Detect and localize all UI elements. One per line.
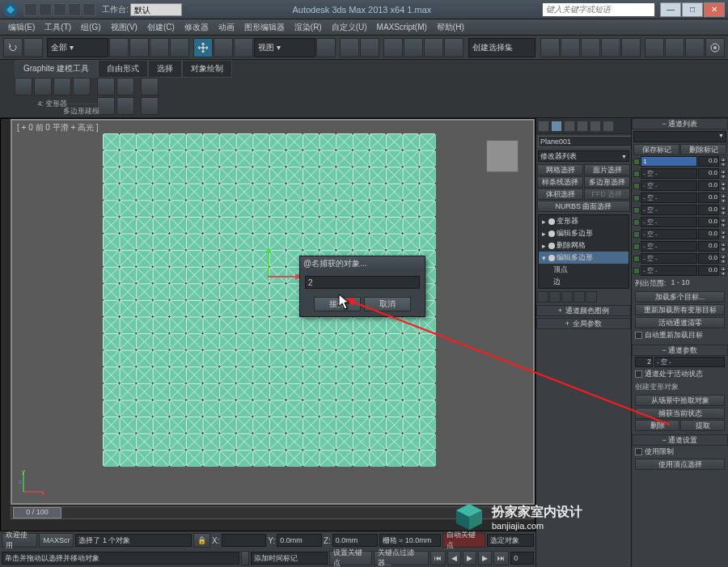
auto-reload-checkbox[interactable] bbox=[635, 332, 642, 339]
goto-start-icon[interactable]: ⏮ bbox=[430, 551, 446, 565]
render-setup-icon[interactable] bbox=[665, 38, 684, 57]
marker-dropdown[interactable] bbox=[633, 131, 726, 142]
window-crossing-icon[interactable] bbox=[170, 38, 189, 57]
rollout-globals[interactable]: +全局参数 bbox=[536, 318, 631, 329]
utilities-tab-icon[interactable] bbox=[603, 121, 614, 132]
channel-value-spinner[interactable]: 0.0 bbox=[698, 265, 719, 276]
morph-channel-row[interactable]: 1 0.0 ▴▾ bbox=[632, 155, 728, 167]
spinner-down-icon[interactable]: ▾ bbox=[720, 222, 726, 227]
mirror-icon[interactable] bbox=[540, 38, 560, 57]
dialog-name-input[interactable] bbox=[305, 276, 420, 289]
object-name-input[interactable] bbox=[538, 136, 633, 147]
config-sets-icon[interactable] bbox=[586, 291, 597, 303]
channel-name[interactable]: - 空 - bbox=[641, 217, 697, 227]
channel-name[interactable]: 1 bbox=[641, 156, 697, 167]
viewcube[interactable] bbox=[486, 140, 518, 172]
channel-list-header[interactable]: − 通道列表 bbox=[632, 118, 728, 129]
morph-channel-row[interactable]: - 空 - 0.0 ▴▾ bbox=[632, 240, 728, 252]
channel-value-spinner[interactable]: 0.0 bbox=[698, 205, 719, 215]
welcome-btn[interactable]: 欢迎使用 bbox=[2, 533, 37, 548]
rb-btn[interactable] bbox=[116, 78, 134, 95]
rb-vertex-icon[interactable] bbox=[15, 78, 32, 95]
extract-chan-btn[interactable]: 提取 bbox=[680, 420, 725, 431]
y-coord[interactable]: 0.0mm bbox=[277, 534, 322, 547]
rb-btn[interactable] bbox=[97, 78, 115, 95]
show-result-icon[interactable] bbox=[549, 291, 561, 303]
viewport-label[interactable]: [ + 0 前 0 平滑 + 高光 ] bbox=[17, 122, 99, 133]
menu-customize[interactable]: 自定义(U) bbox=[327, 22, 372, 33]
align-icon[interactable] bbox=[561, 38, 580, 57]
channel-name[interactable]: - 空 - bbox=[641, 253, 697, 264]
zero-active-btn[interactable]: 活动通道清零 bbox=[635, 317, 725, 328]
keymode-dropdown[interactable]: 选定对象 bbox=[487, 534, 534, 547]
menu-rendering[interactable]: 渲染(R) bbox=[290, 22, 327, 33]
menu-create[interactable]: 创建(C) bbox=[142, 22, 180, 33]
morph-channel-row[interactable]: - 空 - 0.0 ▴▾ bbox=[632, 264, 728, 277]
menu-graph-editors[interactable]: 图形编辑器 bbox=[239, 22, 290, 33]
select-name-icon[interactable] bbox=[129, 38, 149, 57]
spinner-down-icon[interactable]: ▾ bbox=[720, 247, 726, 252]
maxscript-btn[interactable]: MAXScr bbox=[39, 533, 74, 548]
ribbon-tab-freeform[interactable]: 自由形式 bbox=[98, 60, 148, 78]
display-tab-icon[interactable] bbox=[590, 121, 601, 132]
spinner-down-icon[interactable]: ▾ bbox=[720, 162, 726, 167]
ref-coord-dropdown[interactable]: 视图 ▾ bbox=[254, 38, 315, 57]
delete-chan-btn[interactable]: 删除 bbox=[635, 420, 679, 431]
qat-btn[interactable] bbox=[39, 3, 52, 16]
morph-channel-row[interactable]: - 空 - 0.0 ▴▾ bbox=[632, 204, 728, 216]
channel-led-icon[interactable] bbox=[633, 219, 640, 226]
channel-value-spinner[interactable]: 0.0 bbox=[698, 217, 719, 227]
menu-edit[interactable]: 编辑(E) bbox=[3, 22, 40, 33]
play-icon[interactable]: ▶ bbox=[463, 551, 476, 565]
pin-stack-icon[interactable] bbox=[537, 291, 548, 303]
minimize-button[interactable]: — bbox=[660, 2, 681, 17]
move-icon[interactable] bbox=[193, 38, 213, 57]
keyboard-shortcut-icon[interactable] bbox=[360, 38, 379, 57]
isolate-icon[interactable] bbox=[241, 551, 249, 565]
channel-led-icon[interactable] bbox=[633, 243, 640, 250]
dialog-cancel-button[interactable]: 取消 bbox=[364, 297, 411, 311]
pick-from-scene-btn[interactable]: 从场景中拾取对象 bbox=[635, 395, 725, 406]
snap-percent-icon[interactable] bbox=[424, 38, 443, 57]
use-vertex-sel-btn[interactable]: 使用顶点选择 bbox=[635, 459, 725, 470]
spinner-down-icon[interactable]: ▾ bbox=[720, 271, 726, 276]
ribbon-tab-paint[interactable]: 对象绘制 bbox=[182, 60, 232, 78]
morph-channel-row[interactable]: - 空 - 0.0 ▴▾ bbox=[632, 180, 728, 192]
current-frame[interactable]: 0 bbox=[510, 552, 534, 565]
create-tab-icon[interactable] bbox=[538, 121, 549, 132]
motion-tab-icon[interactable] bbox=[577, 121, 588, 132]
channel-value-spinner[interactable]: 0.0 bbox=[698, 229, 719, 239]
select-region-icon[interactable] bbox=[150, 38, 169, 57]
hierarchy-tab-icon[interactable] bbox=[564, 121, 575, 132]
spinner-down-icon[interactable]: ▾ bbox=[720, 186, 726, 191]
render-icon[interactable] bbox=[705, 38, 725, 57]
morph-channel-row[interactable]: - 空 - 0.0 ▴▾ bbox=[632, 192, 728, 204]
modifier-list-dropdown[interactable]: 修改器列表 bbox=[538, 150, 629, 162]
qat-btn[interactable] bbox=[53, 3, 66, 16]
spline-select-btn[interactable]: 样条线选择 bbox=[537, 176, 583, 188]
rb-edge-icon[interactable] bbox=[34, 78, 52, 95]
maximize-button[interactable]: □ bbox=[682, 2, 703, 17]
channel-name[interactable]: - 空 - bbox=[641, 168, 697, 179]
layers-icon[interactable] bbox=[581, 38, 600, 57]
spinner-snap-icon[interactable] bbox=[444, 38, 463, 57]
channel-value-spinner[interactable]: 0.0 bbox=[698, 241, 719, 252]
menu-views[interactable]: 视图(V) bbox=[106, 22, 142, 33]
schematic-icon[interactable] bbox=[621, 38, 641, 57]
select-manipulate-icon[interactable] bbox=[340, 38, 359, 57]
spinner-down-icon[interactable]: ▾ bbox=[720, 198, 726, 203]
delete-marker-btn[interactable]: 删除标记 bbox=[680, 144, 726, 155]
chan-num-spinner[interactable]: 2 bbox=[635, 357, 653, 367]
channel-led-icon[interactable] bbox=[633, 256, 640, 262]
snap-angle-icon[interactable] bbox=[404, 38, 423, 57]
material-editor-icon[interactable] bbox=[645, 38, 664, 57]
channel-led-icon[interactable] bbox=[633, 268, 640, 274]
channel-name[interactable]: - 空 - bbox=[641, 265, 697, 276]
curve-editor-icon[interactable] bbox=[601, 38, 620, 57]
channel-name[interactable]: - 空 - bbox=[641, 205, 697, 215]
rb-btn[interactable] bbox=[116, 97, 134, 115]
poly-select-btn[interactable]: 多边形选择 bbox=[584, 176, 630, 188]
z-coord[interactable]: 0.0mm bbox=[332, 534, 378, 547]
x-coord[interactable] bbox=[222, 534, 267, 547]
qat-btn[interactable] bbox=[24, 3, 37, 16]
